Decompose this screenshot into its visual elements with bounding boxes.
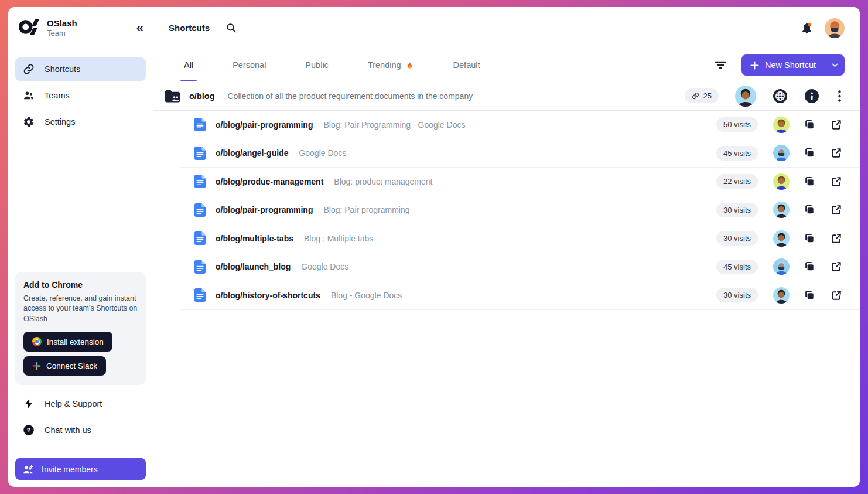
tab-label: Public — [305, 60, 329, 70]
table-row[interactable]: o/blog/history-of-shortcuts Blog - Googl… — [180, 281, 860, 310]
oslash-logo-icon — [19, 18, 40, 39]
folder-kebab-menu-icon[interactable] — [836, 89, 843, 103]
copy-icon[interactable] — [802, 231, 816, 246]
copy-icon[interactable] — [802, 146, 816, 160]
copy-icon[interactable] — [802, 118, 816, 132]
tab-label: Trending — [368, 60, 401, 70]
shortcut-name[interactable]: o/blog/produc-management — [216, 177, 323, 186]
tab-default[interactable]: Default — [450, 49, 484, 81]
google-docs-icon — [194, 118, 206, 131]
sidebar-item-label: Teams — [45, 91, 70, 100]
sidebar-item-shortcuts[interactable]: Shortcuts — [15, 57, 146, 81]
owner-avatar[interactable] — [773, 258, 790, 275]
slack-icon — [32, 362, 41, 370]
tab-label: Personal — [233, 60, 266, 70]
search-icon[interactable] — [225, 22, 237, 33]
visits-badge: 45 visits — [716, 260, 758, 274]
sidebar-item-label: Chat with us — [45, 425, 91, 435]
workspace-subtitle: Team — [47, 29, 77, 38]
table-row[interactable]: o/blog/launch_blog Google Docs 45 visits — [180, 253, 860, 282]
sidebar: OSlash Team « ShortcutsTeamsSettings Add… — [8, 7, 153, 487]
shortcut-name[interactable]: o/blog/angel-guide — [216, 148, 288, 158]
shortcut-name[interactable]: o/blog/pair-programming — [216, 120, 313, 130]
person-add-icon — [23, 465, 34, 474]
connect-slack-button[interactable]: Connect Slack — [23, 356, 106, 376]
owner-avatar[interactable] — [773, 145, 790, 161]
install-extension-button[interactable]: Install extension — [23, 332, 112, 352]
people-icon — [22, 89, 35, 102]
open-external-icon[interactable] — [829, 203, 843, 217]
folder-name[interactable]: o/blog — [189, 91, 215, 101]
tab-personal[interactable]: Personal — [229, 49, 269, 81]
shared-folder-icon — [165, 90, 180, 103]
folder-owner-avatar[interactable] — [735, 86, 756, 107]
google-docs-icon — [194, 147, 206, 160]
tab-all[interactable]: All — [180, 49, 197, 81]
open-external-icon[interactable] — [829, 288, 843, 302]
owner-avatar[interactable] — [773, 202, 790, 218]
tabs-bar: AllPersonalPublicTrendingDefault New Sho… — [153, 49, 860, 81]
tab-trending[interactable]: Trending — [364, 49, 418, 81]
shortcut-name[interactable]: o/blog/history-of-shortcuts — [216, 291, 320, 300]
shortcut-description: Google Docs — [301, 262, 348, 271]
page-title: Shortcuts — [169, 23, 210, 33]
link-icon — [22, 63, 35, 76]
public-globe-icon[interactable] — [773, 88, 788, 104]
open-external-icon[interactable] — [829, 260, 843, 274]
sidebar-footer-nav: Help & Support?Chat with us — [8, 392, 153, 445]
copy-icon[interactable] — [802, 175, 816, 189]
filter-icon[interactable] — [715, 60, 726, 70]
open-external-icon[interactable] — [829, 146, 843, 160]
owner-avatar[interactable] — [773, 117, 790, 133]
tab-label: All — [184, 60, 193, 70]
google-docs-icon — [194, 231, 206, 245]
shortcut-description: Blog: product management — [334, 177, 432, 186]
table-row[interactable]: o/blog/multiple-tabs Blog : Multiple tab… — [180, 224, 860, 253]
shortcut-name[interactable]: o/blog/launch_blog — [216, 262, 291, 271]
visits-badge: 22 visits — [716, 174, 758, 189]
table-row[interactable]: o/blog/pair-programming Blog: Pair progr… — [180, 196, 860, 225]
sidebar-nav: ShortcutsTeamsSettings — [8, 49, 153, 137]
chrome-card-body: Create, reference, and gain instant acce… — [23, 294, 138, 325]
shortcut-name[interactable]: o/blog/multiple-tabs — [216, 234, 293, 243]
table-row[interactable]: o/blog/pair-programming Blog: Pair Progr… — [180, 111, 860, 139]
copy-icon[interactable] — [802, 288, 816, 302]
open-external-icon[interactable] — [829, 231, 843, 246]
sidebar-item-label: Settings — [45, 117, 75, 127]
collapse-sidebar-icon[interactable]: « — [136, 22, 143, 35]
oslash-app-window: OSlash Team « ShortcutsTeamsSettings Add… — [8, 7, 860, 487]
open-external-icon[interactable] — [829, 175, 843, 189]
sidebar-item-settings[interactable]: Settings — [15, 110, 146, 134]
open-external-icon[interactable] — [829, 118, 843, 132]
table-row[interactable]: o/blog/produc-management Blog: product m… — [180, 168, 860, 196]
folder-row[interactable]: o/blog Collection of all the product req… — [153, 81, 860, 111]
owner-avatar[interactable] — [773, 230, 790, 247]
new-shortcut-button[interactable]: New Shortcut — [741, 54, 845, 76]
owner-avatar[interactable] — [773, 287, 790, 304]
shortcut-name[interactable]: o/blog/pair-programming — [216, 205, 313, 214]
shortcut-description: Blog - Google Docs — [331, 291, 402, 300]
visits-badge: 50 visits — [716, 117, 758, 132]
shortcut-description: Blog : Multiple tabs — [304, 234, 373, 243]
user-avatar[interactable] — [825, 18, 845, 38]
notifications-bell-icon[interactable] — [801, 22, 813, 35]
google-docs-icon — [194, 175, 206, 188]
owner-avatar[interactable] — [773, 173, 790, 190]
info-icon[interactable] — [804, 88, 819, 104]
invite-members-button[interactable]: Invite members — [15, 458, 146, 480]
tab-public[interactable]: Public — [302, 49, 332, 81]
sidebar-item-help-support[interactable]: Help & Support — [15, 392, 146, 415]
topbar: Shortcuts — [153, 7, 860, 49]
sidebar-item-chat-with-us[interactable]: ?Chat with us — [15, 418, 146, 442]
chrome-icon — [32, 337, 42, 346]
chevron-down-icon[interactable] — [825, 63, 845, 67]
shortcut-description: Google Docs — [299, 148, 346, 158]
tab-label: Default — [453, 60, 480, 70]
copy-icon[interactable] — [802, 260, 816, 274]
copy-icon[interactable] — [802, 203, 816, 217]
sidebar-item-teams[interactable]: Teams — [15, 84, 146, 107]
table-row[interactable]: o/blog/angel-guide Google Docs 45 visits — [180, 139, 860, 168]
gear-icon — [22, 115, 35, 128]
workspace-header: OSlash Team « — [8, 7, 153, 49]
question-icon: ? — [22, 424, 35, 437]
